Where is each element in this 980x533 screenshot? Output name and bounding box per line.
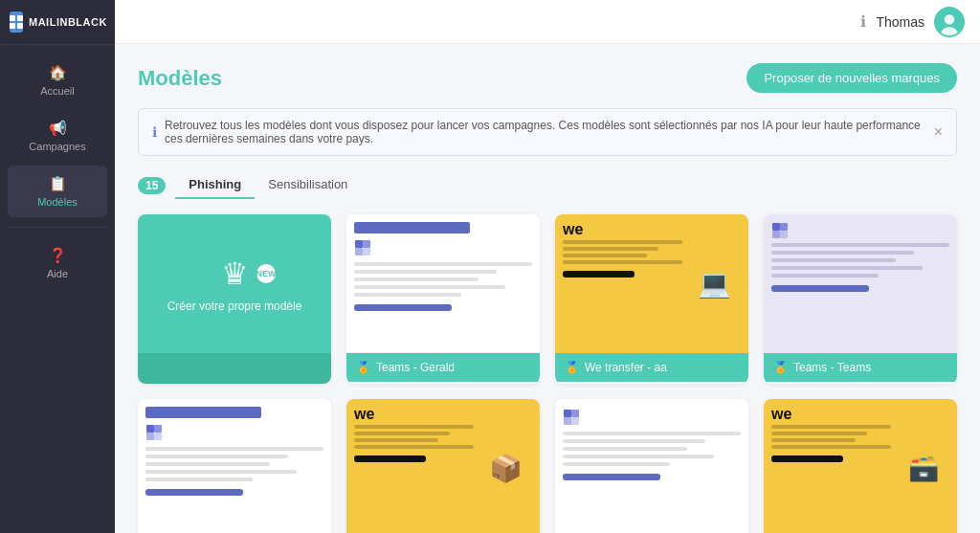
card-preview-wetransfer-test: we 📦 xyxy=(346,399,540,533)
svg-rect-10 xyxy=(363,248,370,255)
card-footer-label: We transfer - aa xyxy=(585,361,667,374)
svg-rect-21 xyxy=(564,417,571,425)
sidebar-logo: MAILINBLACK xyxy=(0,0,115,45)
card-footer-teams-gerald: 🏅 Teams - Gerald xyxy=(346,353,540,382)
svg-rect-20 xyxy=(571,410,579,417)
svg-rect-9 xyxy=(355,248,363,255)
home-icon: 🏠 xyxy=(49,64,67,81)
sidebar-item-campagnes[interactable]: 📢 Campagnes xyxy=(8,110,107,162)
svg-point-5 xyxy=(945,14,955,25)
card-wetransfer-aa[interactable]: we 💻 🏅 We transfer - aa xyxy=(555,214,748,384)
svg-rect-7 xyxy=(355,240,363,248)
card-preview-teams-testelo xyxy=(555,399,748,533)
create-label: Créer votre propre modèle xyxy=(167,300,302,313)
campaigns-icon: 📢 xyxy=(49,120,67,137)
info-icon[interactable]: ℹ xyxy=(860,12,866,31)
sidebar-item-label: Modèles xyxy=(37,196,78,208)
tab-sensibilisation[interactable]: Sensibilisation xyxy=(255,171,361,199)
cards-grid: ♛ NEW Créer votre propre modèle xyxy=(138,214,957,533)
main-area: ℹ Thomas Modèles Proposer de nouvelles m… xyxy=(115,0,980,533)
card-footer-icon: 🏅 xyxy=(773,361,788,374)
card-preview-wetransfer-aa: we 💻 xyxy=(555,214,748,353)
sidebar-divider xyxy=(8,227,107,228)
card-preview-wetransfer-test-we: we 🗃️ xyxy=(764,399,957,533)
banner-info-icon: ℹ xyxy=(152,124,157,140)
svg-rect-16 xyxy=(154,425,162,433)
card-preview-teams-dddd xyxy=(138,399,331,533)
svg-rect-15 xyxy=(146,425,154,433)
card-teams-testelo[interactable]: 🏅 Teams - testelo xyxy=(555,399,748,533)
top-header: ℹ Thomas xyxy=(115,0,980,44)
page-header: Modèles Proposer de nouvelles marques xyxy=(138,63,957,93)
page-content: Modèles Proposer de nouvelles marques ℹ … xyxy=(115,44,980,533)
sidebar-item-label: Aide xyxy=(47,268,68,279)
card-footer-label: Teams - Teams xyxy=(793,361,871,374)
svg-rect-19 xyxy=(564,410,571,417)
tabs-row: 15 Phishing Sensibilisation xyxy=(138,171,957,199)
card-footer-icon: 🏅 xyxy=(565,361,579,374)
sidebar-item-label: Accueil xyxy=(40,85,74,97)
card-preview-create: ♛ NEW Créer votre propre modèle xyxy=(138,214,331,353)
card-preview-teams-gerald xyxy=(346,214,540,353)
card-footer-create xyxy=(138,353,331,384)
logo-text: MAILINBLACK xyxy=(29,16,107,28)
logo-icon xyxy=(10,11,23,33)
card-teams-dddd[interactable]: 🏅 Teams - dddd xyxy=(138,399,331,533)
svg-rect-2 xyxy=(10,23,15,29)
sidebar-item-modeles[interactable]: 📋 Modèles xyxy=(8,166,107,217)
tab-count: 15 xyxy=(138,177,166,194)
username-label: Thomas xyxy=(876,14,924,30)
sidebar-item-accueil[interactable]: 🏠 Accueil xyxy=(8,55,107,106)
svg-rect-11 xyxy=(772,223,780,231)
card-create[interactable]: ♛ NEW Créer votre propre modèle xyxy=(138,214,331,384)
svg-rect-18 xyxy=(154,433,162,440)
new-badge: NEW xyxy=(256,264,276,283)
svg-rect-0 xyxy=(10,15,15,21)
svg-rect-12 xyxy=(780,223,788,231)
avatar[interactable] xyxy=(934,7,965,37)
svg-rect-14 xyxy=(780,231,788,238)
sidebar: MAILINBLACK 🏠 Accueil 📢 Campagnes 📋 Modè… xyxy=(0,0,115,533)
svg-rect-22 xyxy=(571,417,579,425)
sidebar-item-aide[interactable]: ❓ Aide xyxy=(8,237,107,289)
card-footer-wetransfer-aa: 🏅 We transfer - aa xyxy=(555,353,748,382)
sidebar-item-label: Campagnes xyxy=(29,141,85,152)
card-wetransfer-test[interactable]: we 📦 🏅 We transfer - test xyxy=(346,399,540,533)
info-banner: ℹ Retrouvez tous les modèles dont vous d… xyxy=(138,108,957,156)
propose-button[interactable]: Proposer de nouvelles marques xyxy=(746,63,957,93)
svg-rect-1 xyxy=(17,15,23,21)
card-footer-teams-teams: 🏅 Teams - Teams xyxy=(764,353,957,382)
page-title: Modèles xyxy=(138,66,222,91)
card-footer-icon: 🏅 xyxy=(356,361,370,374)
card-teams-gerald[interactable]: 🏅 Teams - Gerald xyxy=(346,214,540,384)
svg-rect-8 xyxy=(363,240,370,248)
tab-phishing[interactable]: Phishing xyxy=(175,171,255,199)
banner-text: Retrouvez tous les modèles dont vous dis… xyxy=(165,119,924,145)
svg-rect-13 xyxy=(772,231,780,238)
card-teams-teams[interactable]: 🏅 Teams - Teams xyxy=(764,214,957,384)
crown-icon: ♛ xyxy=(221,255,249,292)
svg-rect-3 xyxy=(17,23,23,29)
card-wetransfer-test-we[interactable]: we 🗃️ 🏅 We transfer - Test We transfer xyxy=(764,399,957,533)
banner-close-button[interactable]: × xyxy=(934,124,943,140)
card-footer-label: Teams - Gerald xyxy=(376,361,455,374)
card-preview-teams-teams xyxy=(764,214,957,353)
models-icon: 📋 xyxy=(49,175,67,192)
svg-rect-17 xyxy=(146,433,154,440)
help-icon: ❓ xyxy=(49,247,67,264)
